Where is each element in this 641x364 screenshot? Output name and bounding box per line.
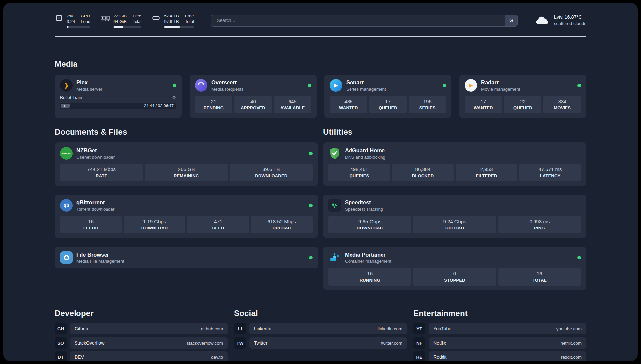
status-dot-online bbox=[443, 84, 446, 87]
cpu-load-label: Load bbox=[81, 19, 90, 24]
bookmark-row-netflix: NF Netflix netflix.com bbox=[413, 337, 586, 349]
bookmark-link-linkedin[interactable]: LinkedIn linkedin.com bbox=[249, 323, 407, 334]
stat-value: 16 bbox=[330, 271, 410, 277]
stat-value: 471 bbox=[189, 219, 248, 225]
bookmark-link-stackoverflow[interactable]: StackOverflow stackoverflow.com bbox=[70, 337, 228, 349]
bookmark-link-reddit[interactable]: Reddit reddit.com bbox=[429, 351, 586, 361]
stat-tile: 196 SERIES bbox=[409, 96, 446, 113]
stat-label: DOWNLOADED bbox=[231, 173, 311, 178]
search-engine-button[interactable]: G bbox=[505, 15, 517, 26]
status-dot-online bbox=[309, 256, 313, 259]
stat-label: LEECH bbox=[61, 226, 120, 230]
stat-value: 485 bbox=[331, 99, 366, 105]
stat-tile: 17 WANTED bbox=[465, 96, 502, 113]
cpu-monitor: 7% 3.24 CPU Load bbox=[55, 13, 90, 28]
stat-tile: 22 QUEUED bbox=[504, 96, 542, 113]
stat-value: 40 bbox=[236, 99, 271, 105]
bookmark-link-dev[interactable]: DEV dev.to bbox=[70, 351, 228, 361]
bookmark-row-reddit: RE Reddit reddit.com bbox=[413, 351, 586, 361]
memory-monitor: 22 GiB 64 GiB Free Total bbox=[100, 13, 141, 28]
filebrowser-icon bbox=[60, 251, 73, 264]
service-subtitle: Series management bbox=[346, 87, 386, 92]
stat-label: STOPPED bbox=[414, 278, 495, 283]
memory-free-label: Free bbox=[133, 13, 141, 19]
stat-label: RATE bbox=[61, 173, 141, 178]
stat-value: 266 GB bbox=[146, 167, 226, 172]
stat-value: 0.993 ms bbox=[500, 219, 580, 225]
service-subtitle: Container management bbox=[345, 259, 391, 264]
stat-label: AVAILABLE bbox=[275, 106, 310, 110]
status-dot-online bbox=[173, 84, 176, 87]
plex-icon: ❯ bbox=[60, 79, 73, 92]
playback-time: 24:44 / 02:06:47 bbox=[144, 104, 174, 108]
cpu-monitor-body: 7% 3.24 CPU Load bbox=[67, 13, 90, 28]
stat-label: WANTED bbox=[331, 106, 366, 110]
speedtest-graph-icon bbox=[328, 199, 341, 212]
disk-free-value: 52.4 TB bbox=[164, 13, 179, 19]
stat-value: 834 bbox=[545, 99, 580, 105]
reddit-abbr-icon: RE bbox=[413, 351, 425, 361]
bookmark-link-twitter[interactable]: Twitter twitter.com bbox=[249, 337, 407, 349]
nzbget-icon: nzbget bbox=[60, 147, 73, 160]
status-dot-online bbox=[309, 204, 313, 207]
stat-tile: 945 AVAILABLE bbox=[274, 96, 311, 113]
youtube-abbr-icon: YT bbox=[413, 323, 425, 334]
service-card-adguard[interactable]: AdGuard Home DNS and adblocking 498,461 … bbox=[323, 142, 586, 186]
social-bookmarks-section: Social LI LinkedIn linkedin.com TW Twitt… bbox=[234, 309, 407, 349]
stat-label: QUEUED bbox=[505, 106, 540, 110]
search-input[interactable] bbox=[211, 15, 517, 27]
topbar: 7% 3.24 CPU Load 22 GiB bbox=[55, 13, 586, 28]
playback-progress-bar[interactable]: 24:44 / 02:06:47 bbox=[60, 103, 176, 109]
service-card-plex[interactable]: ❯ Plex Media server Bullet Train ⚙ 24:44… bbox=[55, 75, 182, 118]
service-card-radarr[interactable]: ▶ Radarr Movie management 17 WANTED 22 Q… bbox=[459, 75, 586, 118]
service-card-speedtest[interactable]: Speedtest Speedtest Tracking 9.65 Gbps D… bbox=[323, 195, 586, 238]
stat-label: REMAINING bbox=[146, 173, 226, 178]
stat-label: TOTAL bbox=[500, 278, 580, 283]
bookmark-link-github[interactable]: Github github.com bbox=[70, 323, 228, 334]
entertainment-section-title: Entertainment bbox=[413, 309, 586, 318]
stat-value: 498,461 bbox=[330, 167, 389, 172]
disk-monitor: 52.4 TB 97.9 TB Free Total bbox=[151, 13, 194, 28]
stat-label: UPLOAD bbox=[414, 226, 495, 230]
stat-tile: 1.19 Gbps DOWNLOAD bbox=[124, 216, 185, 233]
gear-icon[interactable]: ⚙ bbox=[172, 95, 176, 100]
stat-value: 1.19 Gbps bbox=[125, 219, 184, 225]
service-card-nzbget[interactable]: nzbget NZBGet Usenet downloader 744.21 M… bbox=[55, 142, 318, 186]
now-playing-title: Bullet Train bbox=[60, 95, 82, 100]
disk-free-label: Free bbox=[185, 13, 194, 19]
service-card-sonarr[interactable]: ▶ Sonarr Series management 485 WANTED 17… bbox=[324, 75, 451, 118]
stat-value: 16 bbox=[61, 219, 120, 225]
stat-tile: 21 PENDING bbox=[195, 96, 232, 113]
stat-label: QUEUED bbox=[371, 106, 406, 110]
github-abbr-icon: GH bbox=[55, 323, 67, 334]
stat-value: 9.24 Gbps bbox=[414, 219, 495, 225]
adguard-shield-icon bbox=[328, 147, 341, 160]
memory-icon bbox=[100, 14, 110, 22]
stat-tile: 834 MOVIES bbox=[543, 96, 581, 113]
service-name: NZBGet bbox=[76, 147, 115, 154]
service-card-qbittorrent[interactable]: qb qBittorrent Torrent downloader 16 LEE… bbox=[55, 195, 318, 238]
service-subtitle: DNS and adblocking bbox=[345, 155, 385, 160]
documents-section-title: Documents & Files bbox=[55, 127, 318, 136]
cpu-progress-bar bbox=[67, 26, 90, 28]
documents-section: Documents & Files nzbget NZBGet Usenet d… bbox=[55, 127, 318, 268]
bookmark-row-twitter: TW Twitter twitter.com bbox=[234, 337, 407, 349]
stat-value: 17 bbox=[371, 99, 406, 105]
service-card-portainer[interactable]: Media Portainer Container management 16 … bbox=[323, 247, 586, 290]
developer-bookmarks-section: Developer GH Github github.com SO StackO… bbox=[55, 309, 228, 361]
service-name: AdGuard Home bbox=[345, 147, 385, 154]
weather-widget: Lviv, 16.87°C scattered clouds bbox=[535, 14, 586, 27]
service-card-filebrowser[interactable]: File Browser Media File Management bbox=[55, 247, 318, 268]
bookmark-link-netflix[interactable]: Netflix netflix.com bbox=[429, 337, 586, 349]
bookmark-row-dev: DT DEV dev.to bbox=[55, 351, 228, 361]
stat-value: 39.6 TB bbox=[231, 167, 311, 172]
stat-label: QUERIES bbox=[330, 173, 389, 178]
utilities-section: Utilities AdGuard Home bbox=[323, 127, 586, 290]
stat-value: 21 bbox=[196, 99, 231, 105]
bookmark-link-youtube[interactable]: YouTube youtube.com bbox=[429, 323, 586, 334]
stat-tile: 498,461 QUERIES bbox=[328, 164, 390, 181]
pause-button[interactable] bbox=[61, 104, 70, 108]
service-card-overseerr[interactable]: Overseerr Media Requests 21 PENDING 40 A… bbox=[190, 75, 317, 118]
cpu-chip-icon bbox=[55, 14, 63, 22]
stat-value: 9.65 Gbps bbox=[330, 219, 410, 225]
